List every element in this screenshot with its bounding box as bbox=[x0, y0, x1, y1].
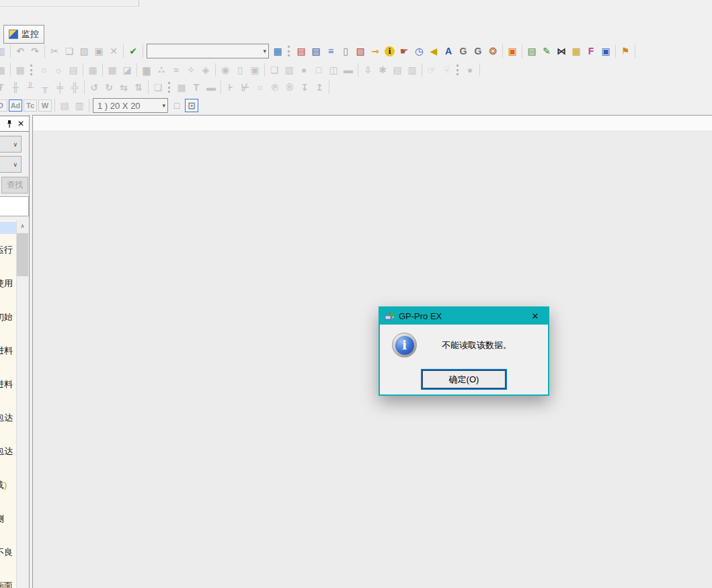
toolbar-edit-logic: Ŧ╫╨╥╪╬↺↻⇆⇅❏▦T▬⊦⊬○℗®↧↥ bbox=[0, 79, 331, 95]
sidebar-item-label: 包达 bbox=[0, 446, 13, 456]
simulation-icon[interactable]: ▤ bbox=[525, 44, 539, 58]
screen-select-combo[interactable]: ▾ bbox=[147, 44, 269, 58]
doc-transfer-icon[interactable]: ▧ bbox=[354, 44, 367, 58]
time-display-icon[interactable]: ◷ bbox=[412, 44, 426, 58]
sidebar-item[interactable] bbox=[0, 222, 16, 234]
dialog-close-icon[interactable]: ✕ bbox=[526, 311, 544, 321]
toggle-id-toggle[interactable]: D bbox=[0, 99, 7, 112]
camera-part-icon: ● bbox=[297, 63, 311, 77]
sidebar-item[interactable]: 不良 bbox=[0, 546, 13, 558]
data-display-part-icon: ▤ bbox=[67, 63, 80, 77]
dialog-message: 不能读取该数据。 bbox=[442, 339, 512, 351]
toolbar-separator bbox=[479, 63, 480, 77]
frame-on-icon[interactable]: ⊡ bbox=[185, 99, 198, 112]
sidebar-item[interactable]: 包达 bbox=[0, 446, 13, 458]
film-part-icon: ▥ bbox=[282, 63, 296, 77]
work-canvas bbox=[33, 115, 712, 588]
ok-button[interactable]: 确定(O) bbox=[422, 370, 506, 388]
toolbar-separator bbox=[54, 99, 55, 112]
movie-icon[interactable]: ▦ bbox=[569, 44, 583, 58]
frame-off-icon[interactable]: □ bbox=[170, 99, 184, 112]
sound-icon[interactable]: ◀ bbox=[427, 44, 440, 58]
capture-tool-icon: ● bbox=[463, 63, 477, 77]
info-guide-icon[interactable]: i bbox=[385, 46, 395, 56]
sidebar-item[interactable]: 包达 bbox=[0, 412, 13, 424]
text-table-icon[interactable]: A bbox=[442, 44, 455, 58]
security-key-icon[interactable]: ⊸ bbox=[368, 44, 382, 58]
panel-splitter[interactable] bbox=[29, 115, 30, 588]
sidebar-item[interactable]: 初始 bbox=[0, 311, 13, 323]
toolbar-separator bbox=[502, 44, 503, 58]
window-special-icon: ✱ bbox=[376, 63, 389, 77]
dialog-titlebar[interactable]: GP-Pro EX ✕ bbox=[380, 308, 548, 325]
toggle-w-toggle[interactable]: W bbox=[38, 99, 52, 112]
align-top-icon: ╥ bbox=[38, 81, 52, 94]
sidebar-item[interactable]: 进料 bbox=[0, 378, 13, 390]
screen-preview-icon[interactable]: ▦ bbox=[271, 44, 284, 58]
toggle-address-toggle[interactable]: Ad bbox=[9, 99, 22, 112]
transfer-send-icon[interactable]: ▤ bbox=[294, 44, 308, 58]
global-crossref-2-icon[interactable]: G bbox=[471, 44, 485, 58]
edit-script-icon[interactable]: ✎ bbox=[540, 44, 553, 58]
line-graph-part-icon: ≈ bbox=[169, 63, 183, 77]
date-part-icon: ▦ bbox=[86, 63, 100, 77]
toolbar-drag-handle bbox=[457, 65, 460, 75]
sidebar-item-label: 运行 bbox=[0, 245, 13, 255]
close-panel-icon[interactable]: ✕ bbox=[17, 120, 24, 128]
sidebar-item[interactable]: 进料 bbox=[0, 345, 13, 357]
power-bar-down-icon: ↧ bbox=[298, 81, 311, 94]
global-crossref-1-icon[interactable]: G bbox=[457, 44, 470, 58]
transfer-receive-icon[interactable]: ▤ bbox=[309, 44, 323, 58]
sidebar-screen-list: 运行使用初始进料进料包达包达载)侧不良画面 bbox=[0, 220, 16, 588]
combo-arrow-icon[interactable]: ▾ bbox=[263, 48, 266, 54]
pin-icon[interactable] bbox=[6, 120, 13, 128]
sidebar-item[interactable]: 使用 bbox=[0, 278, 13, 290]
sidebar-combo-2[interactable]: ∨ bbox=[0, 156, 22, 173]
grid-size-combo[interactable]: 1 ) 20 X 20▾ bbox=[93, 98, 168, 113]
list-part-1-icon: ▤ bbox=[391, 63, 404, 77]
sidebar-item[interactable]: 侧 bbox=[0, 513, 4, 525]
tab-monitor[interactable]: 监控 bbox=[3, 25, 44, 44]
redo-icon: ↷ bbox=[28, 44, 42, 58]
toggle-tc-toggle[interactable]: Tc bbox=[24, 99, 37, 112]
scroll-up-icon[interactable]: ∧ bbox=[17, 220, 28, 232]
monitor-part-icon: □ bbox=[312, 63, 325, 77]
toolbar-separator bbox=[83, 63, 83, 77]
hand-operation-icon[interactable]: ☛ bbox=[397, 44, 411, 58]
screen-capture-icon[interactable]: ▣ bbox=[506, 44, 519, 58]
sidebar-item-accent: ) bbox=[4, 480, 7, 490]
font-window-icon[interactable]: F bbox=[584, 44, 598, 58]
sidebar-combo-1[interactable]: ∨ bbox=[0, 136, 22, 153]
list-part-2-icon: ▥ bbox=[405, 63, 419, 77]
keypad-part-icon: ▦ bbox=[106, 63, 119, 77]
align-middle-icon: ╪ bbox=[53, 81, 67, 94]
flip-vertical-icon: ⇅ bbox=[132, 81, 145, 94]
project-settings-icon[interactable]: ≡ bbox=[324, 44, 338, 58]
sidebar-item[interactable]: 载) bbox=[0, 479, 7, 491]
marker-icon[interactable]: ⚑ bbox=[619, 44, 632, 58]
sidebar-scrollbar[interactable]: ∧ bbox=[16, 220, 28, 588]
sidebar-item[interactable]: 运行 bbox=[0, 244, 13, 256]
device-monitor-icon[interactable]: ⋈ bbox=[555, 44, 568, 58]
ladder-monitor-icon: ▦ bbox=[175, 81, 188, 94]
sidebar-search-input[interactable] bbox=[0, 196, 29, 216]
image-window-icon[interactable]: ▣ bbox=[599, 44, 612, 58]
sidebar-item-label: 使用 bbox=[0, 278, 13, 288]
sidebar-item[interactable]: 画面 bbox=[0, 580, 13, 588]
toolbar-parts: ▩▦○☼▤▦▦◪▆∴≈✧◈◉▯▣❏▥●□◫▬⇩✱▤▥☞☟● bbox=[0, 62, 482, 78]
toolbar-separator bbox=[148, 81, 149, 94]
window-dots-icon: ▬ bbox=[342, 63, 355, 77]
coil-set-icon: ℗ bbox=[268, 81, 282, 94]
chevron-down-icon: ∨ bbox=[13, 141, 17, 148]
sidebar-item-label: 侧 bbox=[0, 513, 4, 523]
combo-arrow-icon[interactable]: ▾ bbox=[162, 102, 165, 109]
scrollbar-thumb[interactable] bbox=[17, 233, 28, 276]
rotate-ccw-icon: ↺ bbox=[87, 81, 101, 94]
timer-settings-icon[interactable]: ❂ bbox=[486, 44, 500, 58]
toolbar-separator bbox=[102, 63, 103, 77]
error-check-icon[interactable]: ✔ bbox=[126, 44, 140, 58]
flip-horizontal-icon: ⇆ bbox=[117, 81, 130, 94]
sidebar-caption: ✕ bbox=[0, 116, 30, 132]
csv-export-icon[interactable]: ▯ bbox=[339, 44, 352, 58]
toolbar-drag-handle bbox=[288, 46, 291, 56]
